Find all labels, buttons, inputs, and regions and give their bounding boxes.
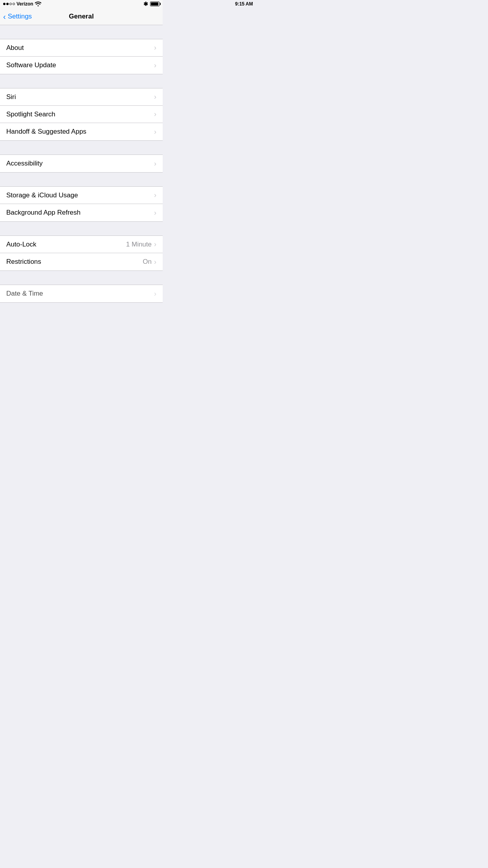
handoff-item[interactable]: Handoff & Suggested Apps › bbox=[0, 123, 163, 140]
restrictions-value: On bbox=[143, 258, 152, 266]
signal-dot-1 bbox=[3, 3, 6, 5]
signal-dots bbox=[3, 3, 15, 5]
status-bar: Verizon 9:15 AM ✱ bbox=[0, 0, 163, 8]
software-update-label: Software Update bbox=[6, 61, 56, 69]
spotlight-search-item[interactable]: Spotlight Search › bbox=[0, 106, 163, 123]
back-button[interactable]: ‹ Settings bbox=[3, 13, 32, 20]
accessibility-chevron-icon: › bbox=[154, 160, 156, 168]
about-label: About bbox=[6, 44, 24, 52]
storage-icloud-label: Storage & iCloud Usage bbox=[6, 191, 78, 199]
siri-item[interactable]: Siri › bbox=[0, 88, 163, 106]
signal-dot-4 bbox=[13, 3, 15, 5]
siri-label: Siri bbox=[6, 93, 16, 101]
wifi-icon bbox=[35, 2, 41, 6]
background-app-refresh-right: › bbox=[154, 209, 156, 217]
section-accessibility: Accessibility › bbox=[0, 154, 163, 173]
bluetooth-icon: ✱ bbox=[143, 1, 148, 7]
auto-lock-right: 1 Minute › bbox=[126, 240, 156, 248]
page-title: General bbox=[69, 13, 94, 20]
back-chevron-icon: ‹ bbox=[3, 13, 6, 20]
software-update-item[interactable]: Software Update › bbox=[0, 57, 163, 74]
accessibility-item[interactable]: Accessibility › bbox=[0, 155, 163, 172]
status-bar-left: Verizon bbox=[3, 1, 41, 7]
section-datetime: Date & Time › bbox=[0, 285, 163, 303]
storage-icloud-item[interactable]: Storage & iCloud Usage › bbox=[0, 187, 163, 204]
accessibility-right: › bbox=[154, 160, 156, 168]
section-lock: Auto-Lock 1 Minute › Restrictions On › bbox=[0, 235, 163, 271]
section-device: About › Software Update › bbox=[0, 39, 163, 74]
handoff-label: Handoff & Suggested Apps bbox=[6, 128, 86, 136]
background-app-refresh-chevron-icon: › bbox=[154, 209, 156, 217]
carrier-label: Verizon bbox=[17, 1, 33, 7]
section-gap-2 bbox=[0, 74, 163, 88]
restrictions-item[interactable]: Restrictions On › bbox=[0, 253, 163, 270]
signal-dot-3 bbox=[9, 3, 12, 5]
section-gap-top bbox=[0, 25, 163, 39]
software-update-right: › bbox=[154, 61, 156, 70]
section-gap-6 bbox=[0, 271, 163, 285]
siri-right: › bbox=[154, 93, 156, 101]
date-time-item[interactable]: Date & Time › bbox=[0, 285, 163, 302]
restrictions-right: On › bbox=[143, 258, 156, 266]
status-bar-right: ✱ bbox=[143, 1, 160, 7]
date-time-label: Date & Time bbox=[6, 290, 43, 298]
storage-icloud-chevron-icon: › bbox=[154, 191, 156, 199]
spotlight-search-chevron-icon: › bbox=[154, 110, 156, 118]
battery-fill bbox=[151, 2, 158, 6]
about-chevron-icon: › bbox=[154, 44, 156, 52]
storage-icloud-right: › bbox=[154, 191, 156, 199]
about-right: › bbox=[154, 44, 156, 52]
restrictions-label: Restrictions bbox=[6, 258, 41, 266]
handoff-right: › bbox=[154, 128, 156, 136]
battery-icon bbox=[150, 2, 160, 6]
background-app-refresh-item[interactable]: Background App Refresh › bbox=[0, 204, 163, 221]
signal-dot-2 bbox=[6, 3, 9, 5]
section-storage: Storage & iCloud Usage › Background App … bbox=[0, 186, 163, 222]
date-time-right: › bbox=[154, 290, 156, 298]
section-gap-5 bbox=[0, 222, 163, 235]
siri-chevron-icon: › bbox=[154, 93, 156, 101]
restrictions-chevron-icon: › bbox=[154, 258, 156, 266]
auto-lock-value: 1 Minute bbox=[126, 241, 152, 248]
section-gap-4 bbox=[0, 173, 163, 186]
auto-lock-chevron-icon: › bbox=[154, 240, 156, 248]
auto-lock-item[interactable]: Auto-Lock 1 Minute › bbox=[0, 236, 163, 253]
date-time-chevron-icon: › bbox=[154, 290, 156, 298]
spotlight-search-label: Spotlight Search bbox=[6, 110, 55, 118]
section-features: Siri › Spotlight Search › Handoff & Sugg… bbox=[0, 88, 163, 141]
auto-lock-label: Auto-Lock bbox=[6, 241, 37, 248]
section-gap-3 bbox=[0, 141, 163, 154]
about-item[interactable]: About › bbox=[0, 39, 163, 57]
nav-bar: ‹ Settings General bbox=[0, 8, 163, 25]
background-app-refresh-label: Background App Refresh bbox=[6, 209, 81, 217]
handoff-chevron-icon: › bbox=[154, 128, 156, 136]
back-label: Settings bbox=[8, 13, 32, 20]
spotlight-search-right: › bbox=[154, 110, 156, 118]
accessibility-label: Accessibility bbox=[6, 160, 43, 167]
software-update-chevron-icon: › bbox=[154, 61, 156, 70]
